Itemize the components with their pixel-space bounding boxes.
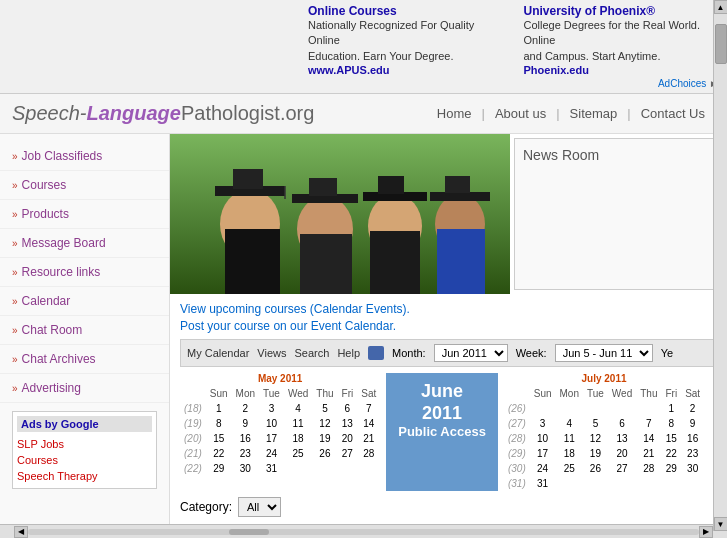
category-select[interactable]: All	[238, 497, 281, 517]
bottom-scroll-track	[28, 529, 699, 535]
bullet-icon: »	[12, 325, 18, 336]
cal-help[interactable]: Help	[337, 347, 360, 359]
scroll-thumb	[715, 24, 727, 64]
ad1-line2: Education. Earn Your Degree.	[308, 49, 504, 64]
sidebar: » Job Classifieds » Courses » Products »…	[0, 134, 170, 524]
svg-rect-17	[445, 176, 470, 193]
logo-speech: Speech-	[12, 102, 87, 124]
scroll-up-arrow[interactable]: ▲	[714, 0, 728, 14]
scroll-left-arrow[interactable]: ◀	[14, 526, 28, 538]
ads-slp-jobs[interactable]: SLP Jobs	[17, 436, 152, 452]
may-calendar: May 2011 Sun Mon Tue Wed Thu Fri Sat	[180, 373, 380, 491]
svg-rect-11	[370, 231, 420, 294]
category-label: Category:	[180, 500, 232, 514]
svg-rect-15	[437, 229, 485, 294]
nav: Home | About us | Sitemap | Contact Us	[427, 104, 715, 123]
may-header-row: Sun Mon Tue Wed Thu Fri Sat	[180, 386, 380, 401]
calendar-toolbar: My Calendar Views Search Help Month: Jun…	[180, 339, 717, 367]
sidebar-item-job-classifieds[interactable]: » Job Classifieds	[0, 142, 169, 171]
bottom-scroll-thumb	[229, 529, 269, 535]
sidebar-item-chat-archives[interactable]: » Chat Archives	[0, 345, 169, 374]
scroll-track	[714, 14, 728, 517]
bullet-icon: »	[12, 354, 18, 365]
hero-section: News Room	[170, 134, 727, 294]
cal-month-label: Month:	[392, 347, 426, 359]
ads-speech-therapy[interactable]: Speech Therapy	[17, 468, 152, 484]
table-row: (26) 12	[504, 401, 704, 416]
nav-about[interactable]: About us	[485, 104, 556, 123]
cal-icon	[368, 346, 384, 360]
header: Speech-LanguagePathologist.org Home | Ab…	[0, 94, 727, 134]
cal-my-calendar[interactable]: My Calendar	[187, 347, 249, 359]
sidebar-item-calendar[interactable]: » Calendar	[0, 287, 169, 316]
bullet-icon: »	[12, 238, 18, 249]
bullet-icon: »	[12, 267, 18, 278]
cal-link2[interactable]: Post your course on our Event Calendar.	[180, 319, 396, 333]
ad1-line1: Nationally Recognized For Quality Online	[308, 18, 504, 49]
cal-link1[interactable]: View upcoming courses (Calendar Events).	[180, 302, 410, 316]
right-scrollbar: ▲ ▼	[713, 0, 727, 531]
nav-contact[interactable]: Contact Us	[631, 104, 715, 123]
cal-text2: Post your course on our Event Calendar.	[180, 319, 717, 333]
bottom-scrollbar[interactable]: ◀ ▶	[0, 524, 727, 538]
svg-rect-13	[378, 176, 404, 194]
sidebar-item-chat-room[interactable]: » Chat Room	[0, 316, 169, 345]
sidebar-item-advertising[interactable]: » Advertising	[0, 374, 169, 403]
nav-home[interactable]: Home	[427, 104, 482, 123]
svg-rect-2	[225, 229, 280, 294]
news-room: News Room	[514, 138, 723, 290]
cal-week-label: Week:	[516, 347, 547, 359]
ad2-url[interactable]: Phoenix.edu	[524, 64, 589, 76]
ad1-link[interactable]: Online Courses	[308, 4, 397, 18]
table-row: (21) 22232425262728	[180, 446, 380, 461]
table-row: (28) 10111213141516	[504, 431, 704, 446]
svg-rect-7	[300, 234, 352, 294]
main-area: » Job Classifieds » Courses » Products »…	[0, 134, 727, 524]
table-row: (31) 31	[504, 476, 704, 491]
cal-year-label: Ye	[661, 347, 673, 359]
sidebar-item-products[interactable]: » Products	[0, 200, 169, 229]
svg-rect-4	[233, 169, 263, 189]
june-public-access: Public Access	[398, 424, 486, 439]
hero-image	[170, 134, 510, 294]
ad2-link[interactable]: University of Phoenix®	[524, 4, 656, 18]
table-row: (27) 3456789	[504, 416, 704, 431]
cal-week-select[interactable]: Jun 5 - Jun 11	[555, 344, 653, 362]
table-row: (22) 293031	[180, 461, 380, 476]
ad1-url[interactable]: www.APUS.edu	[308, 64, 390, 76]
table-row: (19) 891011121314	[180, 416, 380, 431]
july-table: Sun Mon Tue Wed Thu Fri Sat (26) 12	[504, 386, 704, 491]
news-room-title: News Room	[523, 147, 714, 163]
may-title: May 2011	[180, 373, 380, 384]
cal-month-select[interactable]: Jun 2011	[434, 344, 508, 362]
bullet-icon: »	[12, 383, 18, 394]
cal-views[interactable]: Views	[257, 347, 286, 359]
calendar-area: View upcoming courses (Calendar Events).…	[170, 294, 727, 524]
sidebar-item-message-board[interactable]: » Message Board	[0, 229, 169, 258]
category-bar: Category: All	[180, 491, 717, 523]
ads-by-google-title: Ads by Google	[17, 416, 152, 432]
ads-courses[interactable]: Courses	[17, 452, 152, 468]
table-row: (30) 24252627282930	[504, 461, 704, 476]
scroll-right-arrow[interactable]: ▶	[699, 526, 713, 538]
logo: Speech-LanguagePathologist.org	[12, 102, 314, 125]
sidebar-item-courses[interactable]: » Courses	[0, 171, 169, 200]
cal-search[interactable]: Search	[295, 347, 330, 359]
bullet-icon: »	[12, 151, 18, 162]
cal-text1: View upcoming courses (Calendar Events).	[180, 302, 717, 316]
sidebar-ads-block: Ads by Google SLP Jobs Courses Speech Th…	[12, 411, 157, 489]
svg-rect-9	[309, 178, 337, 196]
july-calendar: July 2011 Sun Mon Tue Wed Thu Fri Sat	[504, 373, 704, 491]
svg-rect-16	[430, 192, 490, 201]
may-table: Sun Mon Tue Wed Thu Fri Sat (18) 1234567	[180, 386, 380, 476]
calendar-grids: May 2011 Sun Mon Tue Wed Thu Fri Sat	[180, 373, 717, 491]
table-row: (18) 1234567	[180, 401, 380, 416]
ad-banner: Online Courses Nationally Recognized For…	[0, 0, 727, 94]
july-header-row: Sun Mon Tue Wed Thu Fri Sat	[504, 386, 704, 401]
scroll-down-arrow[interactable]: ▼	[714, 517, 728, 531]
sidebar-item-resource-links[interactable]: » Resource links	[0, 258, 169, 287]
june-month-year: June 2011	[398, 381, 486, 424]
logo-language: Language	[87, 102, 181, 124]
nav-sitemap[interactable]: Sitemap	[560, 104, 628, 123]
bullet-icon: »	[12, 296, 18, 307]
